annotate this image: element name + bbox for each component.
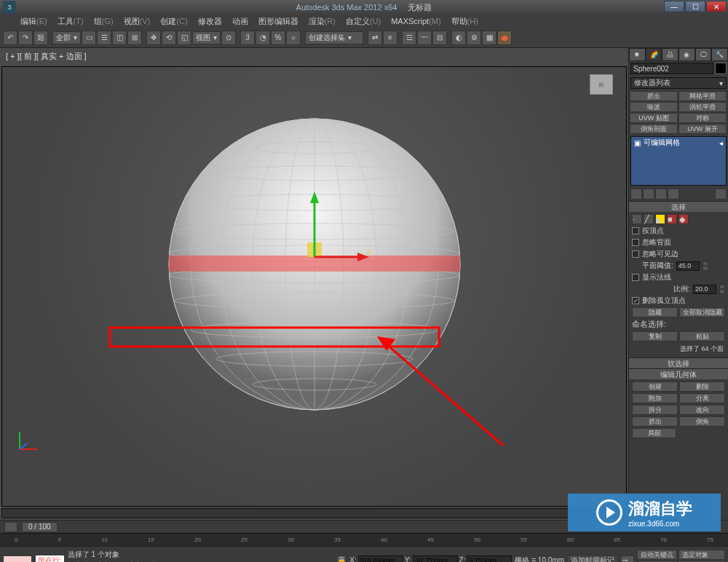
move-button[interactable]: ✥ xyxy=(146,31,161,45)
bevel-button[interactable]: 倒角 xyxy=(679,416,725,427)
motion-tab[interactable]: ◉ xyxy=(678,48,695,61)
scale-button[interactable]: ◱ xyxy=(177,31,191,45)
ref-coord-combo[interactable]: 视图 xyxy=(192,31,221,44)
menu-help[interactable]: 帮助(H) xyxy=(447,15,483,28)
modifier-list-combo[interactable]: 修改器列表▾ xyxy=(630,77,727,89)
hide-button[interactable]: 隐藏 xyxy=(632,307,678,317)
window-crossing-button[interactable]: ⊞ xyxy=(127,31,142,45)
preset-uvw-map[interactable]: UVW 贴图 xyxy=(630,113,678,123)
pivot-button[interactable]: ⊙ xyxy=(221,31,236,45)
mirror-button[interactable]: ⇄ xyxy=(368,31,382,45)
z-coord-input[interactable] xyxy=(467,555,512,563)
preset-turbosmooth[interactable]: 涡轮平滑 xyxy=(678,102,727,112)
close-button[interactable]: ✕ xyxy=(706,1,727,12)
ignore-backface-checkbox[interactable] xyxy=(632,239,639,246)
x-coord-input[interactable] xyxy=(358,555,403,563)
select-region-button[interactable]: ◫ xyxy=(112,31,127,45)
menu-graph-editors[interactable]: 图形编辑器 xyxy=(254,15,303,28)
selection-rollout-header[interactable]: 选择 xyxy=(629,202,728,212)
normal-scale-spinner[interactable]: 20.0 xyxy=(693,285,716,294)
lock-selection-icon[interactable]: 🔒 xyxy=(336,555,347,563)
redirect-button[interactable]: 改向 xyxy=(679,405,725,415)
configure-sets-button[interactable] xyxy=(715,189,727,199)
menu-animation[interactable]: 动画 xyxy=(228,15,253,28)
frame-indicator[interactable]: 0 / 100 xyxy=(22,522,58,532)
viewport-label[interactable]: [ + ][ 前 ][ 真实 + 边面 ] xyxy=(0,48,628,65)
percent-snap-toggle[interactable]: % xyxy=(271,31,285,45)
show-result-button[interactable] xyxy=(643,189,654,199)
layer-manager-button[interactable]: ☲ xyxy=(402,31,416,45)
menu-view[interactable]: 视图(V) xyxy=(119,15,155,28)
minimize-button[interactable]: — xyxy=(664,1,684,12)
ignore-visible-checkbox[interactable] xyxy=(632,250,639,258)
menu-create[interactable]: 创建(C) xyxy=(156,15,191,28)
menu-render[interactable]: 渲染(R) xyxy=(304,15,340,28)
element-subobj-icon[interactable]: ◆ xyxy=(678,214,689,224)
split-button[interactable]: 拆分 xyxy=(632,405,678,415)
auto-key-button[interactable]: 自动关键点 xyxy=(637,550,677,560)
maxscript-mini-listener[interactable] xyxy=(3,555,32,562)
menu-modifiers[interactable]: 修改器 xyxy=(194,15,226,28)
selection-filter-combo[interactable]: 全部 xyxy=(52,31,81,44)
material-editor-button[interactable]: ◐ xyxy=(451,31,466,45)
delete-button[interactable]: 删除 xyxy=(679,381,725,392)
spinner-snap-toggle[interactable]: ⟐ xyxy=(286,31,301,45)
remove-mod-button[interactable] xyxy=(668,189,679,199)
viewport-hscrollbar[interactable] xyxy=(1,508,627,518)
edge-subobj-icon[interactable]: ╱ xyxy=(644,214,654,224)
undo-button[interactable]: ↶ xyxy=(3,31,17,45)
preset-noise[interactable]: 噪波 xyxy=(630,102,678,112)
y-coord-input[interactable] xyxy=(413,555,458,563)
modify-tab[interactable]: 🌈 xyxy=(646,48,662,61)
preset-meshsmooth[interactable]: 网格平滑 xyxy=(678,91,727,101)
preset-extrude[interactable]: 挤出 xyxy=(630,91,678,101)
redo-button[interactable]: ↷ xyxy=(18,31,33,45)
poly-subobj-icon[interactable]: ■ xyxy=(667,214,677,224)
planar-thresh-spinner[interactable]: 45.0 xyxy=(676,261,700,271)
stack-editable-mesh[interactable]: ▣ 可编辑网格◂ xyxy=(632,138,725,148)
by-vertex-checkbox[interactable] xyxy=(632,227,639,234)
create-button[interactable]: 创建 xyxy=(632,381,678,392)
vertex-subobj-icon[interactable]: · xyxy=(632,214,642,224)
add-time-tag[interactable]: 添加时间标记 xyxy=(567,555,618,563)
select-button[interactable]: ▭ xyxy=(82,31,96,45)
view-cube[interactable]: 前 xyxy=(590,74,613,95)
menu-customize[interactable]: 自定义(U) xyxy=(341,15,385,28)
paste-sel-button[interactable]: 粘贴 xyxy=(679,331,725,341)
schematic-view-button[interactable]: ⊟ xyxy=(432,31,447,45)
time-config-button[interactable] xyxy=(4,522,17,532)
hierarchy-tab[interactable]: 品 xyxy=(662,48,678,61)
detach-button[interactable]: 分离 xyxy=(679,393,725,403)
unhide-all-button[interactable]: 全部取消隐藏 xyxy=(679,307,725,317)
preset-uvw-unwrap[interactable]: UVW 展开 xyxy=(678,124,727,134)
face-subobj-icon[interactable]: ◣ xyxy=(655,214,665,224)
object-color-swatch[interactable] xyxy=(715,63,727,74)
copy-sel-button[interactable]: 复制 xyxy=(632,331,678,341)
local-button[interactable]: 局部 xyxy=(632,428,676,438)
edit-geom-rollout-header[interactable]: 编辑几何体 xyxy=(629,369,728,379)
object-name-field[interactable]: Sphere002 xyxy=(630,63,713,74)
align-button[interactable]: ≡ xyxy=(383,31,397,45)
create-tab[interactable]: ✹ xyxy=(629,48,646,61)
menu-group[interactable]: 组(G) xyxy=(90,15,118,28)
pin-stack-button[interactable] xyxy=(630,189,642,199)
render-setup-button[interactable]: ⚙ xyxy=(467,31,481,45)
make-unique-button[interactable] xyxy=(655,189,667,199)
soft-sel-rollout-header[interactable]: 软选择 xyxy=(629,358,728,368)
display-tab[interactable]: 🖵 xyxy=(695,48,712,61)
sphere-object[interactable]: x xyxy=(154,104,475,424)
preset-bevel-profile[interactable]: 倒角剖面 xyxy=(630,124,678,134)
viewport[interactable]: 前 xyxy=(1,66,627,507)
extrude-button[interactable]: 挤出 xyxy=(632,416,678,427)
app-logo-icon[interactable]: 3 xyxy=(3,1,16,14)
menu-maxscript[interactable]: MAXScript(M) xyxy=(387,16,445,26)
menu-tools[interactable]: 工具(T) xyxy=(53,15,88,28)
select-by-name-button[interactable]: ☰ xyxy=(97,31,111,45)
modifier-stack[interactable]: ▣ 可编辑网格◂ xyxy=(630,136,727,186)
delete-isolated-checkbox[interactable]: ✓ xyxy=(632,297,639,304)
preset-symmetry[interactable]: 对称 xyxy=(678,113,727,123)
track-bar[interactable]: 051015202530354045505560657075 xyxy=(0,533,728,546)
key-mode-icon[interactable]: ⊸ xyxy=(621,555,634,563)
maximize-button[interactable]: ☐ xyxy=(685,1,705,12)
attach-button[interactable]: 附加 xyxy=(632,393,678,403)
